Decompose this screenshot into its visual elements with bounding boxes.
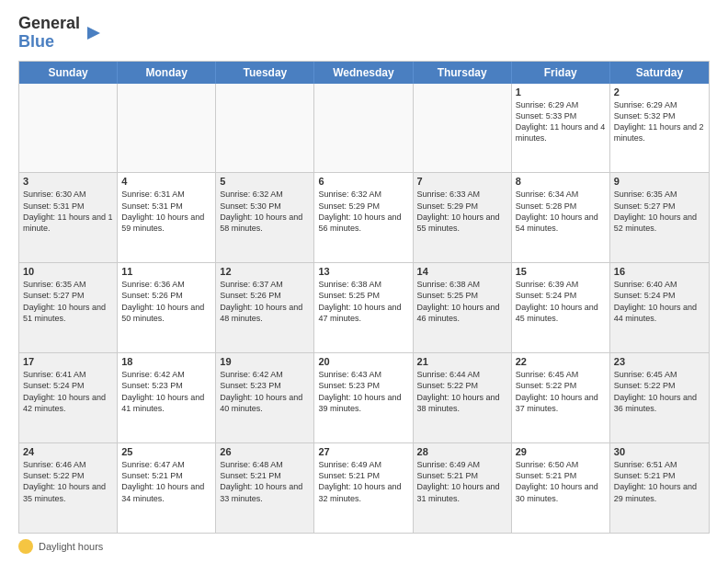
day-number: 11 — [121, 266, 211, 277]
calendar-week-1: 1Sunrise: 6:29 AM Sunset: 5:33 PM Daylig… — [19, 84, 709, 174]
day-number: 14 — [417, 266, 507, 277]
day-number: 28 — [417, 446, 507, 457]
calendar: SundayMondayTuesdayWednesdayThursdayFrid… — [18, 61, 710, 534]
calendar-week-5: 24Sunrise: 6:46 AM Sunset: 5:22 PM Dayli… — [19, 443, 709, 533]
calendar-day-28: 28Sunrise: 6:49 AM Sunset: 5:21 PM Dayli… — [414, 443, 512, 533]
calendar-day-6: 6Sunrise: 6:32 AM Sunset: 5:29 PM Daylig… — [314, 173, 413, 262]
calendar-empty-cell — [216, 84, 314, 173]
footer-label: Daylight hours — [39, 541, 103, 552]
day-info: Sunrise: 6:44 AM Sunset: 5:22 PM Dayligh… — [417, 369, 507, 414]
day-info: Sunrise: 6:45 AM Sunset: 5:22 PM Dayligh… — [614, 369, 705, 414]
day-info: Sunrise: 6:32 AM Sunset: 5:30 PM Dayligh… — [220, 189, 310, 234]
calendar-week-2: 3Sunrise: 6:30 AM Sunset: 5:31 PM Daylig… — [19, 173, 709, 263]
day-info: Sunrise: 6:48 AM Sunset: 5:21 PM Dayligh… — [220, 459, 310, 504]
calendar-day-12: 12Sunrise: 6:37 AM Sunset: 5:26 PM Dayli… — [216, 263, 314, 352]
calendar-day-21: 21Sunrise: 6:44 AM Sunset: 5:22 PM Dayli… — [414, 353, 512, 442]
day-info: Sunrise: 6:35 AM Sunset: 5:27 PM Dayligh… — [614, 189, 705, 234]
day-number: 16 — [614, 266, 705, 277]
day-number: 21 — [417, 356, 507, 367]
header-day-monday: Monday — [118, 62, 216, 84]
logo: General Blue — [18, 15, 104, 52]
day-info: Sunrise: 6:42 AM Sunset: 5:23 PM Dayligh… — [220, 369, 310, 414]
calendar-day-29: 29Sunrise: 6:50 AM Sunset: 5:21 PM Dayli… — [512, 443, 610, 533]
day-info: Sunrise: 6:34 AM Sunset: 5:28 PM Dayligh… — [516, 189, 606, 234]
day-number: 23 — [614, 356, 705, 367]
day-info: Sunrise: 6:38 AM Sunset: 5:25 PM Dayligh… — [417, 279, 507, 324]
day-number: 26 — [220, 446, 310, 457]
day-number: 17 — [23, 356, 113, 367]
calendar-day-19: 19Sunrise: 6:42 AM Sunset: 5:23 PM Dayli… — [216, 353, 314, 442]
calendar-day-13: 13Sunrise: 6:38 AM Sunset: 5:25 PM Dayli… — [314, 263, 413, 352]
day-info: Sunrise: 6:49 AM Sunset: 5:21 PM Dayligh… — [417, 459, 507, 504]
day-info: Sunrise: 6:46 AM Sunset: 5:22 PM Dayligh… — [23, 459, 113, 504]
day-number: 27 — [318, 446, 408, 457]
day-number: 8 — [516, 176, 606, 187]
calendar-day-22: 22Sunrise: 6:45 AM Sunset: 5:22 PM Dayli… — [512, 353, 610, 442]
calendar-day-11: 11Sunrise: 6:36 AM Sunset: 5:26 PM Dayli… — [118, 263, 216, 352]
day-number: 30 — [614, 446, 705, 457]
day-info: Sunrise: 6:41 AM Sunset: 5:24 PM Dayligh… — [23, 369, 113, 414]
calendar-day-15: 15Sunrise: 6:39 AM Sunset: 5:24 PM Dayli… — [512, 263, 610, 352]
calendar-day-18: 18Sunrise: 6:42 AM Sunset: 5:23 PM Dayli… — [118, 353, 216, 442]
day-number: 20 — [318, 356, 408, 367]
header-day-sunday: Sunday — [19, 62, 118, 84]
day-info: Sunrise: 6:31 AM Sunset: 5:31 PM Dayligh… — [121, 189, 211, 234]
day-number: 6 — [318, 176, 408, 187]
header-day-wednesday: Wednesday — [314, 62, 413, 84]
calendar-day-5: 5Sunrise: 6:32 AM Sunset: 5:30 PM Daylig… — [216, 173, 314, 262]
day-number: 24 — [23, 446, 113, 457]
calendar-day-24: 24Sunrise: 6:46 AM Sunset: 5:22 PM Dayli… — [19, 443, 118, 533]
day-number: 1 — [516, 86, 606, 98]
calendar-day-4: 4Sunrise: 6:31 AM Sunset: 5:31 PM Daylig… — [118, 173, 216, 262]
calendar-week-3: 10Sunrise: 6:35 AM Sunset: 5:27 PM Dayli… — [19, 263, 709, 353]
day-info: Sunrise: 6:50 AM Sunset: 5:21 PM Dayligh… — [516, 459, 606, 504]
sun-icon — [18, 539, 33, 554]
calendar-day-2: 2Sunrise: 6:29 AM Sunset: 5:32 PM Daylig… — [610, 84, 709, 173]
day-number: 2 — [614, 86, 705, 98]
day-info: Sunrise: 6:37 AM Sunset: 5:26 PM Dayligh… — [220, 279, 310, 324]
calendar-day-1: 1Sunrise: 6:29 AM Sunset: 5:33 PM Daylig… — [512, 84, 610, 173]
day-number: 25 — [121, 446, 211, 457]
calendar-day-10: 10Sunrise: 6:35 AM Sunset: 5:27 PM Dayli… — [19, 263, 118, 352]
calendar-empty-cell — [414, 84, 512, 173]
calendar-day-27: 27Sunrise: 6:49 AM Sunset: 5:21 PM Dayli… — [314, 443, 413, 533]
day-info: Sunrise: 6:43 AM Sunset: 5:23 PM Dayligh… — [318, 369, 408, 414]
day-number: 19 — [220, 356, 310, 367]
logo-arrow-icon — [84, 23, 104, 43]
calendar-day-20: 20Sunrise: 6:43 AM Sunset: 5:23 PM Dayli… — [314, 353, 413, 442]
day-number: 29 — [516, 446, 606, 457]
calendar-week-4: 17Sunrise: 6:41 AM Sunset: 5:24 PM Dayli… — [19, 353, 709, 443]
day-number: 4 — [121, 176, 211, 187]
header: General Blue — [18, 15, 710, 52]
day-info: Sunrise: 6:33 AM Sunset: 5:29 PM Dayligh… — [417, 189, 507, 234]
day-number: 3 — [23, 176, 113, 187]
calendar-day-14: 14Sunrise: 6:38 AM Sunset: 5:25 PM Dayli… — [414, 263, 512, 352]
day-info: Sunrise: 6:29 AM Sunset: 5:32 PM Dayligh… — [614, 99, 705, 144]
day-number: 9 — [614, 176, 705, 187]
header-day-saturday: Saturday — [610, 62, 709, 84]
calendar-day-23: 23Sunrise: 6:45 AM Sunset: 5:22 PM Dayli… — [610, 353, 709, 442]
calendar-empty-cell — [314, 84, 413, 173]
calendar-day-25: 25Sunrise: 6:47 AM Sunset: 5:21 PM Dayli… — [118, 443, 216, 533]
day-info: Sunrise: 6:29 AM Sunset: 5:33 PM Dayligh… — [516, 99, 606, 144]
calendar-day-8: 8Sunrise: 6:34 AM Sunset: 5:28 PM Daylig… — [512, 173, 610, 262]
calendar-empty-cell — [118, 84, 216, 173]
day-number: 15 — [516, 266, 606, 277]
day-info: Sunrise: 6:45 AM Sunset: 5:22 PM Dayligh… — [516, 369, 606, 414]
page: General Blue SundayMondayTuesdayWednesda… — [0, 0, 728, 563]
day-info: Sunrise: 6:42 AM Sunset: 5:23 PM Dayligh… — [121, 369, 211, 414]
calendar-day-9: 9Sunrise: 6:35 AM Sunset: 5:27 PM Daylig… — [610, 173, 709, 262]
day-info: Sunrise: 6:51 AM Sunset: 5:21 PM Dayligh… — [614, 459, 705, 504]
calendar-day-16: 16Sunrise: 6:40 AM Sunset: 5:24 PM Dayli… — [610, 263, 709, 352]
day-number: 18 — [121, 356, 211, 367]
svg-marker-0 — [87, 27, 100, 40]
day-info: Sunrise: 6:47 AM Sunset: 5:21 PM Dayligh… — [121, 459, 211, 504]
day-number: 12 — [220, 266, 310, 277]
calendar-day-26: 26Sunrise: 6:48 AM Sunset: 5:21 PM Dayli… — [216, 443, 314, 533]
calendar-empty-cell — [19, 84, 118, 173]
day-info: Sunrise: 6:38 AM Sunset: 5:25 PM Dayligh… — [318, 279, 408, 324]
day-info: Sunrise: 6:36 AM Sunset: 5:26 PM Dayligh… — [121, 279, 211, 324]
day-number: 5 — [220, 176, 310, 187]
header-day-thursday: Thursday — [414, 62, 512, 84]
day-number: 10 — [23, 266, 113, 277]
